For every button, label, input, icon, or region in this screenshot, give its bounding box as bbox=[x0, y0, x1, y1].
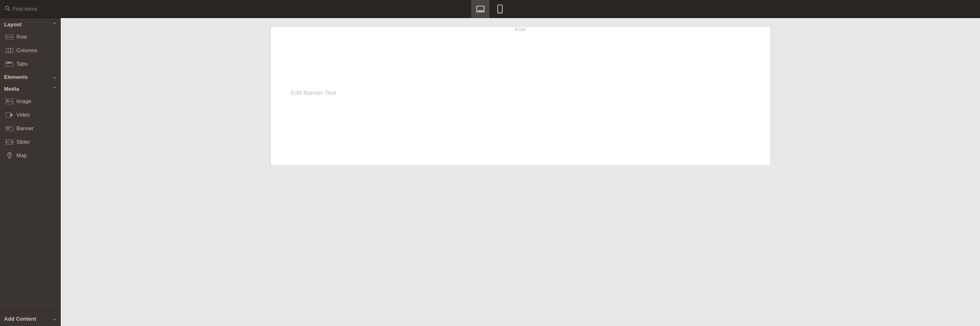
desktop-view-button[interactable] bbox=[471, 0, 489, 18]
add-content-label: Add Content bbox=[4, 316, 36, 322]
banner-placeholder-text[interactable]: Edit Banner Text bbox=[271, 27, 770, 158]
elements-chevron-icon: ⌄ bbox=[53, 74, 56, 80]
mobile-icon bbox=[497, 5, 503, 14]
sidebar-item-video[interactable]: Video bbox=[0, 108, 60, 122]
device-toggle-group bbox=[471, 0, 509, 18]
layout-chevron-icon: ⌃ bbox=[53, 22, 56, 27]
tabs-label: Tabs bbox=[16, 61, 27, 67]
svg-rect-17 bbox=[6, 112, 11, 117]
row-label: ROW bbox=[515, 28, 526, 32]
add-content-chevron-icon: ⌄ bbox=[53, 316, 56, 321]
add-content-footer[interactable]: Add Content ⌄ bbox=[0, 311, 60, 326]
row-label: Row bbox=[16, 34, 27, 40]
sidebar-item-columns[interactable]: Columns bbox=[0, 44, 60, 57]
svg-marker-18 bbox=[11, 114, 13, 116]
svg-point-27 bbox=[9, 154, 10, 155]
media-chevron-icon: ⌃ bbox=[53, 86, 56, 92]
elements-section-label: Elements bbox=[4, 74, 28, 80]
image-icon bbox=[6, 99, 13, 104]
banner-label: Banner bbox=[16, 125, 34, 131]
laptop-icon bbox=[476, 5, 485, 13]
tabs-icon bbox=[6, 61, 13, 67]
map-icon bbox=[6, 153, 13, 158]
svg-rect-2 bbox=[477, 6, 484, 11]
main-container: Layout ⌃ Row Columns Tabs Elements bbox=[0, 18, 980, 326]
svg-point-26 bbox=[12, 141, 13, 142]
slider-label: Slider bbox=[16, 139, 30, 145]
layout-section-label: Layout bbox=[4, 21, 22, 28]
slider-icon bbox=[6, 139, 13, 145]
svg-point-6 bbox=[500, 11, 500, 12]
sidebar-item-slider[interactable]: Slider bbox=[0, 135, 60, 149]
columns-icon bbox=[6, 48, 13, 53]
toolbar: Find items bbox=[0, 0, 980, 18]
banner-icon bbox=[6, 126, 13, 131]
canvas-frame: ROW Edit Banner Text bbox=[270, 26, 771, 166]
sidebar-item-row[interactable]: Row bbox=[0, 30, 60, 44]
mobile-view-button[interactable] bbox=[491, 0, 509, 18]
sidebar: Layout ⌃ Row Columns Tabs Elements bbox=[0, 18, 61, 326]
svg-rect-19 bbox=[6, 126, 13, 131]
video-label: Video bbox=[16, 112, 30, 118]
svg-rect-9 bbox=[6, 48, 13, 53]
media-section-label: Media bbox=[4, 86, 19, 92]
sidebar-item-image[interactable]: Image bbox=[0, 94, 60, 108]
sidebar-item-map[interactable]: Map bbox=[0, 149, 60, 162]
svg-point-25 bbox=[6, 141, 7, 142]
layout-section-header[interactable]: Layout ⌃ bbox=[0, 18, 60, 30]
map-label: Map bbox=[16, 152, 27, 158]
sidebar-item-tabs[interactable]: Tabs bbox=[0, 57, 60, 71]
elements-section-header[interactable]: Elements ⌄ bbox=[0, 71, 60, 83]
canvas-area: ROW Edit Banner Text bbox=[61, 18, 980, 326]
sidebar-item-banner[interactable]: Banner bbox=[0, 122, 60, 135]
media-section-header[interactable]: Media ⌃ bbox=[0, 83, 60, 94]
video-icon bbox=[6, 112, 13, 118]
search-area: Find items bbox=[0, 0, 61, 18]
image-label: Image bbox=[16, 98, 31, 104]
columns-label: Columns bbox=[16, 47, 37, 53]
row-icon bbox=[6, 34, 13, 40]
